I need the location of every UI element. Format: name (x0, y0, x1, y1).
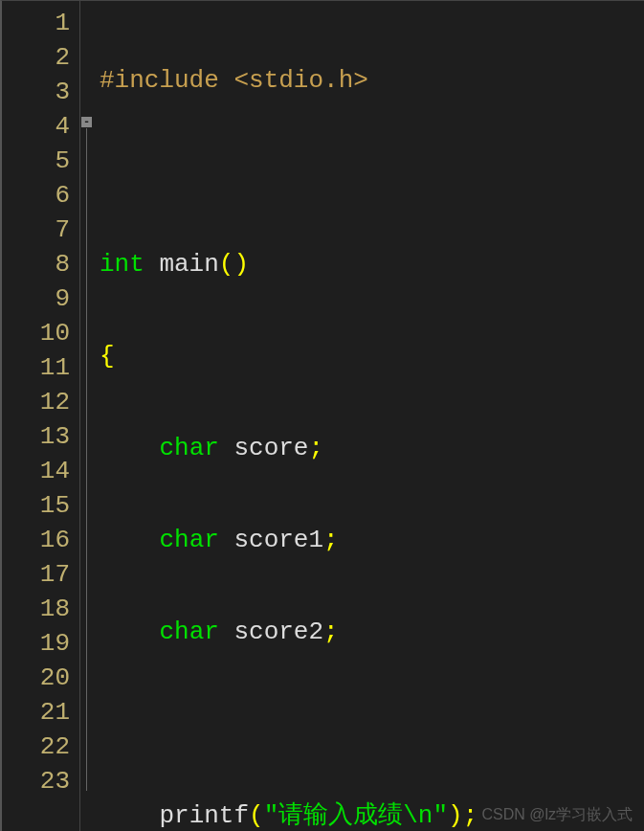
code-line: char score1; (100, 523, 644, 557)
code-line: #include <stdio.h> (100, 63, 644, 98)
code-line: char score2; (100, 615, 644, 649)
line-number: 16 (2, 523, 70, 557)
code-line: { (100, 339, 644, 373)
line-number: 20 (2, 661, 70, 695)
line-number: 11 (2, 350, 70, 385)
code-area[interactable]: #include <stdio.h> int main() { char sco… (94, 1, 644, 831)
fold-column: - (80, 1, 94, 831)
line-number-gutter: 1 2 3 4 5 6 7 8 9 10 11 12 13 14 15 16 1… (2, 1, 80, 831)
line-number: 21 (2, 695, 70, 730)
line-number: 12 (2, 385, 70, 419)
line-number: 7 (2, 213, 70, 247)
code-line (100, 155, 644, 190)
line-number: 6 (2, 178, 70, 213)
line-number: 23 (2, 764, 70, 798)
code-line: int main() (100, 247, 644, 281)
line-number: 14 (2, 454, 70, 488)
line-number: 8 (2, 247, 70, 281)
line-number: 1 (2, 6, 70, 40)
code-editor: 1 2 3 4 5 6 7 8 9 10 11 12 13 14 15 16 1… (0, 0, 644, 831)
line-number: 19 (2, 626, 70, 661)
line-number: 4 (2, 109, 70, 144)
line-number: 18 (2, 592, 70, 626)
line-number: 22 (2, 730, 70, 764)
line-number: 3 (2, 75, 70, 109)
line-number: 15 (2, 488, 70, 523)
line-number: 10 (2, 316, 70, 350)
line-number: 17 (2, 557, 70, 592)
fold-guide-line (86, 128, 87, 791)
line-number: 5 (2, 144, 70, 178)
line-number: 2 (2, 40, 70, 75)
fold-collapse-icon[interactable]: - (81, 117, 92, 127)
code-line (100, 707, 644, 741)
code-line: char score; (100, 431, 644, 465)
line-number: 9 (2, 281, 70, 316)
line-number: 13 (2, 419, 70, 454)
watermark-text: CSDN @lz学习嵌入式 (481, 805, 633, 825)
